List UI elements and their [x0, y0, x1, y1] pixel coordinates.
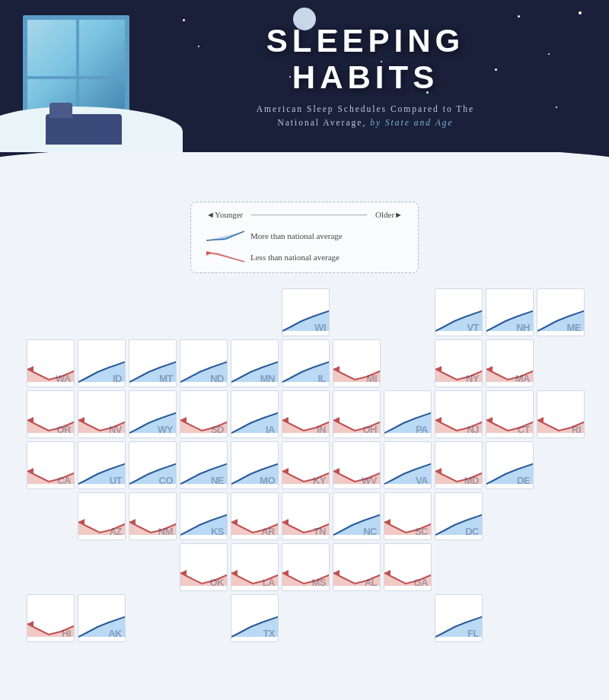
state-cell-sc: SC: [384, 492, 432, 540]
grid-slot: LA: [231, 543, 280, 593]
state-cell-in: IN: [282, 390, 330, 438]
state-abbr-ca: CA: [57, 475, 71, 486]
state-cell-wy: WY: [129, 390, 177, 438]
grid-slot: SC: [384, 492, 433, 542]
grid-slot: [231, 288, 280, 338]
state-cell-nm: NM: [129, 492, 177, 540]
grid-slot: [180, 288, 229, 338]
grid-slot: TX: [231, 594, 280, 644]
state-cell-wa: WA: [27, 339, 75, 387]
grid-slot: PA: [384, 390, 433, 440]
state-cell-az: AZ: [78, 492, 126, 540]
empty-cell: [282, 594, 330, 642]
state-cell-al: AL: [333, 543, 381, 591]
state-abbr-ms: MS: [312, 577, 327, 588]
state-cell-mo: MO: [231, 441, 279, 489]
snow-divider: [0, 152, 609, 183]
grid-slot: AK: [78, 594, 127, 644]
state-cell-ga: GA: [384, 543, 432, 591]
state-abbr-ut: UT: [110, 475, 122, 486]
grid-slot: [537, 441, 586, 491]
state-cell-or: OR: [27, 390, 75, 438]
empty-cell: [333, 594, 381, 642]
state-cell-hi: HI: [27, 594, 75, 642]
grid-slot: [27, 543, 76, 593]
state-cell-wv: WV: [333, 441, 381, 489]
grid-slot: [129, 543, 178, 593]
header-title-area: SLEEPING HABITS American Sleep Schedules…: [213, 23, 518, 130]
younger-arrow: ◄Younger: [206, 210, 243, 219]
grid-slot: [180, 594, 229, 644]
state-cell-nv: NV: [78, 390, 126, 438]
state-abbr-ks: KS: [211, 526, 224, 537]
grid-slot: AR: [231, 492, 280, 542]
state-abbr-oh: OH: [363, 424, 378, 435]
window-decoration: [0, 0, 175, 152]
state-cell-id: ID: [78, 339, 126, 387]
state-cell-wi: WI: [282, 288, 330, 336]
state-cell-ne: NE: [180, 441, 228, 489]
state-cell-md: MD: [435, 441, 483, 489]
grid-slot: [282, 594, 331, 644]
grid-slot: [435, 543, 484, 593]
state-cell-co: CO: [129, 441, 177, 489]
state-abbr-nv: NV: [109, 424, 122, 435]
subtitle-line2: National Average,: [277, 118, 366, 127]
state-cell-dc: DC: [435, 492, 483, 540]
grid-slot: [27, 288, 76, 338]
state-abbr-me: ME: [567, 322, 582, 333]
state-cell-nc: NC: [333, 492, 381, 540]
legend-more-curve: [206, 228, 244, 243]
state-cell-tx: TX: [231, 594, 279, 642]
older-arrow: Older►: [375, 210, 403, 219]
grid-slot: IN: [282, 390, 331, 440]
empty-cell: [27, 288, 75, 336]
subtitle: American Sleep Schedules Compared to The…: [213, 102, 518, 130]
state-abbr-ky: KY: [313, 475, 326, 486]
empty-cell: [384, 288, 432, 336]
grid-slot: HI: [27, 594, 76, 644]
grid-slot: UT: [78, 441, 127, 491]
grid-slot: [27, 492, 76, 542]
empty-cell: [231, 288, 279, 336]
grid-slot: IL: [282, 339, 331, 389]
state-abbr-nc: NC: [363, 526, 377, 537]
state-cell-tn: TN: [282, 492, 330, 540]
legend-box: ◄Younger Older► More than national avera…: [190, 202, 419, 273]
state-cell-ak: AK: [78, 594, 126, 642]
state-cell-oh: OH: [333, 390, 381, 438]
state-cell-nh: NH: [486, 288, 534, 336]
empty-cell: [78, 288, 126, 336]
state-abbr-in: IN: [317, 424, 326, 435]
state-cell-me: ME: [537, 288, 585, 336]
state-cell-nj: NJ: [435, 390, 483, 438]
state-abbr-or: OR: [57, 424, 72, 435]
state-abbr-fl: FL: [467, 628, 479, 639]
grid-slot: WA: [27, 339, 76, 389]
empty-cell: [537, 543, 585, 591]
grid-slot: MO: [231, 441, 280, 491]
legend-less-label: Less than national average: [250, 253, 340, 262]
state-cell-nd: ND: [180, 339, 228, 387]
subtitle-highlight: by State and Age: [370, 118, 453, 127]
grid-slot: OH: [333, 390, 382, 440]
legend-less-curve: [206, 250, 244, 265]
empty-cell: [486, 594, 534, 642]
state-cell-ct: CT: [486, 390, 534, 438]
state-cell-vt: VT: [435, 288, 483, 336]
grid-slot: KY: [282, 441, 331, 491]
state-cell-mt: MT: [129, 339, 177, 387]
grid-slot: NE: [180, 441, 229, 491]
state-cell-ok: OK: [180, 543, 228, 591]
empty-cell: [537, 339, 585, 387]
empty-cell: [27, 492, 75, 540]
grid-slot: RI: [537, 390, 586, 440]
grid-slot: SD: [180, 390, 229, 440]
state-cell-va: VA: [384, 441, 432, 489]
grid-slot: WY: [129, 390, 178, 440]
grid-slot: [384, 594, 433, 644]
state-abbr-ct: CT: [518, 424, 530, 435]
legend-more-row: More than national average: [206, 228, 403, 243]
grid-slot: MT: [129, 339, 178, 389]
state-abbr-ak: AK: [108, 628, 122, 639]
